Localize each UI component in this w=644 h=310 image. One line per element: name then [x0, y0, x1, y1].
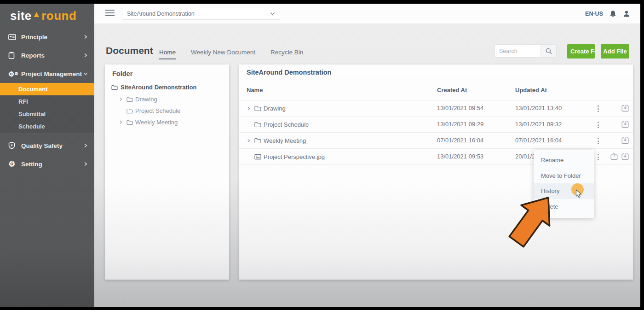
tree-node-project-schedule[interactable]: Project Schedule: [119, 105, 224, 117]
folder-tree: SiteAround Demonstration Drawing: [105, 77, 229, 128]
row-name: Project Schedule: [264, 121, 309, 128]
chevron-right-icon: [83, 161, 88, 168]
tree-node-label: Weekly Meeting: [135, 119, 178, 126]
page-title: Document: [106, 45, 153, 56]
row-created-at: 13/01/2021 09:53: [437, 153, 483, 160]
download-icon[interactable]: [621, 152, 629, 161]
table-row[interactable]: Weekly Meeting 07/01/2021 16:04 07/01/20…: [239, 133, 633, 149]
download-icon[interactable]: [621, 104, 629, 112]
chevron-right-icon[interactable]: [247, 139, 252, 143]
folder-panel: Folder SiteAround Demonstration: [105, 64, 229, 280]
tab-weekly-new-document[interactable]: Weekly New Document: [191, 49, 255, 59]
folder-panel-title: Folder: [105, 64, 229, 77]
table-row[interactable]: Drawing 13/01/2021 09:54 13/01/2021 13:4…: [239, 100, 633, 117]
column-header-updated: Updated At: [515, 87, 547, 94]
id-card-icon: [8, 34, 21, 41]
row-menu-kebab-icon[interactable]: [594, 120, 602, 129]
chevron-right-icon: [83, 142, 88, 149]
shield-icon: [8, 142, 21, 149]
tab-home[interactable]: Home: [159, 49, 176, 59]
project-management-submenu: Document RFI Submittal Schedule: [0, 83, 94, 133]
chevron-down-icon: [83, 70, 88, 77]
bell-icon[interactable]: [610, 10, 616, 18]
topbar: SiteAround Demonstration EN-US: [94, 4, 640, 24]
table-row[interactable]: Project Schedule 13/01/2021 09:29 13/01/…: [239, 117, 633, 133]
sidebar-item-label: Reports: [21, 52, 83, 59]
folder-icon: [126, 108, 133, 114]
folder-icon: [111, 85, 118, 90]
brand-logo-site: site: [10, 9, 32, 23]
topbar-right: EN-US: [585, 10, 630, 18]
row-name: Weekly Meeting: [264, 137, 306, 144]
page-header: Document Home Weekly New Document Recycl…: [106, 44, 633, 63]
search-icon[interactable]: [540, 45, 556, 57]
download-icon[interactable]: [621, 120, 629, 129]
sidebar-subitem-rfi[interactable]: RFI: [0, 95, 94, 108]
search-box: [494, 44, 557, 58]
sidebar-item-label: Quality Safety: [21, 142, 83, 149]
chevron-right-icon: [83, 34, 88, 41]
row-name: Drawing: [264, 105, 286, 112]
add-file-button[interactable]: Add File: [601, 44, 629, 58]
table-header-row: Name Created At Updated At: [239, 80, 633, 100]
sidebar-item-quality-safety[interactable]: Quality Safety: [0, 136, 94, 155]
tree-node-label: Drawing: [135, 96, 157, 103]
sidebar-item-project-management[interactable]: ⚙⚙ Project Management: [0, 64, 94, 83]
hamburger-menu-icon[interactable]: [105, 10, 115, 18]
sidebar-item-reports[interactable]: Reports: [0, 46, 94, 64]
tabs: Home Weekly New Document Recycle Bin: [159, 49, 303, 59]
chevron-right-icon: [83, 52, 88, 59]
locale-label[interactable]: EN-US: [585, 11, 603, 17]
image-file-icon: [254, 154, 261, 160]
table-title: SiteAround Demonstration: [239, 64, 633, 76]
chevron-right-icon[interactable]: [119, 120, 124, 124]
context-menu-item-rename[interactable]: Rename: [534, 152, 594, 168]
sidebar-subitem-document[interactable]: Document: [0, 83, 94, 95]
tree-node-label: Project Schedule: [135, 107, 180, 114]
folder-icon: [126, 97, 133, 102]
mouse-cursor-icon: [575, 189, 583, 200]
brand-triangle-icon: ▲: [32, 9, 41, 19]
chevron-down-icon: [270, 11, 275, 16]
sidebar-item-setting[interactable]: ⚙ Setting: [0, 155, 94, 173]
column-header-name: Name: [247, 87, 263, 94]
chevron-right-icon[interactable]: [119, 97, 124, 101]
chevron-right-icon[interactable]: [247, 106, 252, 111]
download-icon[interactable]: [621, 136, 629, 145]
tree-node-label: SiteAround Demonstration: [121, 84, 196, 91]
column-header-created: Created At: [437, 87, 467, 94]
sidebar-item-principle[interactable]: Principle: [0, 28, 94, 46]
tree-node-root[interactable]: SiteAround Demonstration: [111, 84, 224, 91]
tree-node-drawing[interactable]: Drawing: [119, 94, 224, 105]
row-name: Project Perspective.jpg: [264, 153, 325, 160]
sidebar-item-label: Project Management: [21, 70, 83, 77]
share-upload-icon[interactable]: [610, 152, 618, 161]
tab-recycle-bin[interactable]: Recycle Bin: [270, 49, 303, 59]
row-menu-kebab-icon[interactable]: [594, 136, 602, 146]
user-icon[interactable]: [623, 10, 630, 18]
sidebar-subitem-submittal[interactable]: Submittal: [0, 108, 94, 120]
search-input[interactable]: [495, 45, 540, 57]
folder-icon: [126, 120, 133, 125]
app-screen: site▲round Principle Reports ⚙⚙ Project …: [0, 4, 640, 307]
clipboard-icon: [8, 52, 21, 59]
folder-icon: [254, 122, 261, 128]
context-menu-item-move-to-folder[interactable]: Move to Folder: [534, 168, 594, 184]
tree-node-weekly-meeting[interactable]: Weekly Meeting: [119, 117, 224, 128]
create-folder-button[interactable]: Create Folder: [567, 44, 595, 58]
project-selector-value: SiteAround Demonstration: [127, 11, 270, 17]
folder-icon: [254, 105, 261, 111]
sidebar-item-label: Principle: [21, 34, 83, 41]
sidebar: site▲round Principle Reports ⚙⚙ Project …: [0, 4, 94, 307]
row-menu-kebab-icon[interactable]: [594, 152, 602, 162]
row-created-at: 13/01/2021 09:29: [437, 121, 483, 128]
row-updated-at: 13/01/2021 09:32: [515, 121, 562, 128]
gear-icon: ⚙: [8, 160, 21, 168]
row-menu-kebab-icon[interactable]: [594, 104, 602, 113]
row-created-at: 07/01/2021 16:04: [437, 137, 483, 144]
sidebar-subitem-schedule[interactable]: Schedule: [0, 120, 94, 133]
folder-icon: [254, 138, 261, 144]
project-selector[interactable]: SiteAround Demonstration: [122, 8, 280, 20]
brand-logo-round: round: [41, 9, 76, 23]
row-updated-at: 07/01/2021 16:04: [515, 137, 562, 144]
